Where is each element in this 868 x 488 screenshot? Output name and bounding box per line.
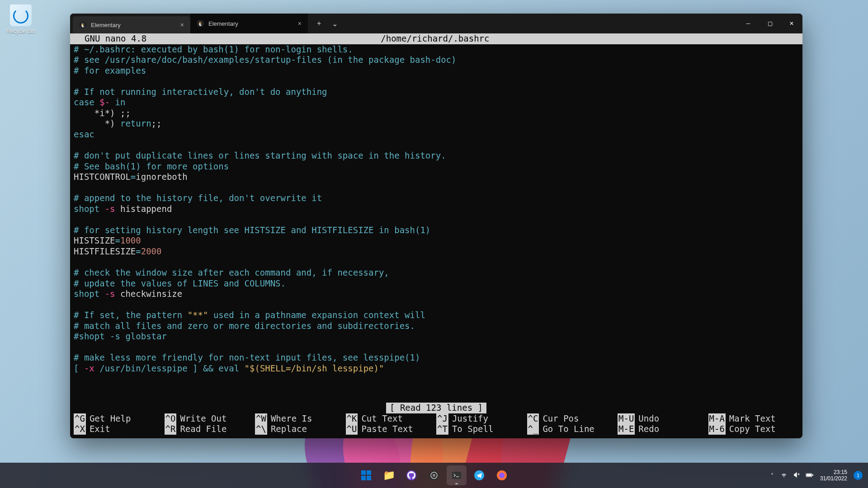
nano-shortcut: ^WWhere Is — [255, 413, 346, 424]
obs-button[interactable] — [424, 465, 444, 485]
telegram-icon — [474, 470, 485, 481]
terminal-body[interactable]: GNU nano 4.8 /home/richard/.bashrc # ~/.… — [70, 33, 802, 438]
window-controls: ─ ▢ ✕ — [737, 14, 802, 33]
windows-icon — [361, 470, 371, 480]
nano-shortcut: M-UUndo — [618, 413, 708, 424]
nano-shortcut-bar: ^GGet Help^OWrite Out^WWhere Is^KCut Tex… — [70, 413, 802, 438]
close-button[interactable]: ✕ — [781, 14, 802, 33]
firefox-icon — [496, 470, 507, 481]
title-bar: 🐧 Elementary × 🐧 Elementary × + ⌄ ─ ▢ ✕ — [70, 14, 802, 33]
nano-shortcut: ^GGet Help — [74, 413, 165, 424]
nano-shortcut: ^OWrite Out — [165, 413, 255, 424]
taskbar-center: 📁 — [356, 465, 512, 485]
nano-header: GNU nano 4.8 /home/richard/.bashrc — [70, 33, 802, 44]
tab-label: Elementary — [91, 22, 121, 28]
nano-status-line: [ Read 123 lines ] — [70, 403, 802, 413]
notification-badge[interactable]: 1 — [854, 471, 863, 480]
nano-shortcut: ^UPaste Text — [346, 424, 437, 435]
taskbar: 📁 ˄ 23:15 — [0, 463, 868, 488]
nano-shortcut: ^\Replace — [255, 424, 346, 435]
svg-rect-9 — [807, 474, 811, 476]
tabs: 🐧 Elementary × 🐧 Elementary × — [70, 14, 308, 33]
tab-active[interactable]: 🐧 Elementary × — [190, 14, 308, 33]
tray-expand-button[interactable]: ˄ — [771, 472, 774, 479]
nano-status: [ Read 123 lines ] — [386, 403, 486, 413]
nano-shortcut: M-6Copy Text — [708, 424, 799, 435]
clock[interactable]: 23:15 31/01/2022 — [820, 469, 847, 482]
tray-icons — [780, 471, 814, 480]
nano-shortcut: ^JJustify — [436, 413, 527, 424]
svg-rect-10 — [812, 474, 813, 476]
minimize-button[interactable]: ─ — [737, 14, 759, 33]
file-explorer-button[interactable]: 📁 — [379, 465, 399, 485]
nano-shortcut: M-AMark Text — [708, 413, 799, 424]
nano-shortcut: ^CCur Pos — [527, 413, 618, 424]
terminal-icon — [451, 470, 462, 481]
nano-shortcut: M-ERedo — [618, 424, 708, 435]
terminal-button[interactable] — [447, 465, 467, 485]
start-button[interactable] — [356, 465, 376, 485]
telegram-button[interactable] — [469, 465, 489, 485]
tab-controls: + ⌄ — [308, 18, 347, 30]
recycle-bin-label: Recycle Bin — [5, 28, 37, 34]
close-icon[interactable]: × — [298, 20, 302, 27]
nano-shortcut: ^XExit — [74, 424, 165, 435]
github-desktop-button[interactable] — [401, 465, 421, 485]
tux-icon: 🐧 — [79, 21, 86, 28]
nano-title: GNU nano 4.8 — [85, 33, 146, 44]
nano-shortcut: ^_Go To Line — [527, 424, 618, 435]
tab-label: Elementary — [208, 20, 238, 27]
svg-point-7 — [499, 473, 505, 478]
github-icon — [406, 470, 417, 481]
recycle-bin-icon — [10, 5, 32, 26]
battery-icon[interactable] — [806, 471, 814, 480]
maximize-button[interactable]: ▢ — [759, 14, 781, 33]
volume-icon[interactable] — [793, 471, 800, 480]
terminal-window: 🐧 Elementary × 🐧 Elementary × + ⌄ ─ ▢ ✕ … — [70, 14, 802, 438]
recycle-bin[interactable]: Recycle Bin — [5, 5, 37, 34]
obs-icon — [429, 470, 439, 481]
tab-inactive[interactable]: 🐧 Elementary × — [73, 16, 190, 33]
tux-icon: 🐧 — [197, 20, 204, 27]
nano-shortcut: ^RRead File — [165, 424, 255, 435]
taskbar-right: ˄ 23:15 31/01/2022 1 — [771, 469, 863, 482]
new-tab-button[interactable]: + — [313, 18, 325, 29]
nano-shortcut: ^TTo Spell — [436, 424, 527, 435]
tab-dropdown-button[interactable]: ⌄ — [328, 18, 341, 30]
nano-shortcut: ^KCut Text — [346, 413, 437, 424]
svg-rect-4 — [452, 472, 461, 479]
close-icon[interactable]: × — [180, 21, 184, 28]
nano-file-path: /home/richard/.bashrc — [381, 33, 489, 44]
time: 23:15 — [820, 469, 847, 475]
firefox-button[interactable] — [492, 465, 512, 485]
svg-point-3 — [433, 474, 435, 477]
date: 31/01/2022 — [820, 475, 847, 482]
wifi-icon[interactable] — [780, 471, 788, 480]
editor-content[interactable]: # ~/.bashrc: executed by bash(1) for non… — [70, 44, 802, 403]
